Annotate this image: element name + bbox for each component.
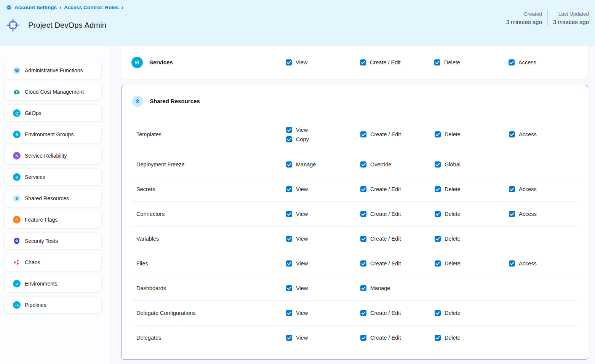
sidebar-item-chaos[interactable]: Chaos <box>5 254 101 271</box>
checkbox-checked-icon[interactable] <box>509 186 515 192</box>
checkbox-checked-icon[interactable] <box>434 59 440 65</box>
permission-access[interactable]: Access <box>509 186 577 192</box>
checkbox-checked-icon[interactable] <box>286 211 292 217</box>
checkbox-checked-icon[interactable] <box>360 131 366 137</box>
sidebar-item-environments[interactable]: Environments <box>5 275 101 292</box>
permission-label: Access <box>518 59 536 65</box>
permission-global[interactable]: Global <box>435 161 509 168</box>
sidebar-item-feature-flags[interactable]: Feature Flags <box>5 211 101 228</box>
permission-create-edit[interactable]: Create / Edit <box>360 131 435 137</box>
permission-cell: Access <box>509 211 577 217</box>
permission-create-edit[interactable]: Create / Edit <box>360 236 435 242</box>
permission-copy[interactable]: Copy <box>286 136 360 142</box>
permission-override[interactable]: Override <box>360 161 435 168</box>
permission-delete[interactable]: Delete <box>435 260 509 267</box>
permission-delete[interactable]: Delete <box>434 59 509 65</box>
permission-label: Access <box>519 260 537 267</box>
checkbox-checked-icon[interactable] <box>509 59 515 65</box>
checkbox-checked-icon[interactable] <box>509 260 515 267</box>
permission-label: View <box>296 285 308 291</box>
permission-delete[interactable]: Delete <box>435 310 509 316</box>
permission-access[interactable]: Access <box>509 131 577 137</box>
permission-label: Copy <box>296 136 309 142</box>
sidebar-item-service-reliability[interactable]: Service Reliability <box>5 147 101 164</box>
checkbox-checked-icon[interactable] <box>286 59 292 65</box>
permission-delete[interactable]: Delete <box>435 335 509 341</box>
checkbox-checked-icon[interactable] <box>286 335 292 341</box>
permission-label: View <box>296 211 308 217</box>
permission-cell: Manage <box>360 285 435 291</box>
checkbox-checked-icon[interactable] <box>509 211 515 217</box>
permission-delete[interactable]: Delete <box>435 236 509 242</box>
permission-label: Delete <box>445 131 461 137</box>
checkbox-checked-icon[interactable] <box>435 161 441 168</box>
checkbox-checked-icon[interactable] <box>286 136 292 142</box>
permission-manage[interactable]: Manage <box>360 285 435 291</box>
checkbox-checked-icon[interactable] <box>509 131 515 137</box>
sidebar-item-label: Cloud Cost Management <box>25 89 84 95</box>
permission-access[interactable]: Access <box>509 260 577 267</box>
permission-view[interactable]: View <box>286 186 360 192</box>
permission-create-edit[interactable]: Create / Edit <box>360 310 435 316</box>
breadcrumb-link-access-control-roles[interactable]: Access Control: Roles <box>64 5 119 10</box>
permission-view[interactable]: View <box>286 260 360 267</box>
permission-create-edit[interactable]: Create / Edit <box>360 59 434 65</box>
checkbox-checked-icon[interactable] <box>360 236 366 242</box>
checkbox-checked-icon[interactable] <box>360 310 366 316</box>
permission-delete[interactable]: Delete <box>435 186 509 192</box>
permission-delete[interactable]: Delete <box>435 211 509 217</box>
sidebar-item-environment-groups[interactable]: Environment Groups <box>5 126 101 143</box>
sidebar-item-security-tests[interactable]: Security Tests <box>5 233 101 249</box>
checkbox-checked-icon[interactable] <box>435 131 441 137</box>
checkbox-checked-icon[interactable] <box>286 285 292 291</box>
checkbox-checked-icon[interactable] <box>435 186 441 192</box>
checkbox-checked-icon[interactable] <box>435 211 441 217</box>
sidebar-item-gitops[interactable]: GitOps <box>5 105 101 121</box>
sidebar-item-pipelines[interactable]: Pipelines <box>5 297 101 313</box>
permission-label: Manage <box>296 161 316 168</box>
sidebar-item-shared-resources[interactable]: Shared Resources <box>5 190 101 207</box>
sidebar-item-cloud-cost-management[interactable]: $Cloud Cost Management <box>5 83 101 100</box>
sidebar-item-services[interactable]: Services <box>5 169 101 185</box>
checkbox-checked-icon[interactable] <box>360 335 366 341</box>
permission-cell: Delete <box>435 310 509 316</box>
permission-view[interactable]: View <box>286 335 360 341</box>
permission-access[interactable]: Access <box>509 59 578 65</box>
checkbox-checked-icon[interactable] <box>435 335 441 341</box>
checkbox-checked-icon[interactable] <box>435 236 441 242</box>
checkbox-checked-icon[interactable] <box>286 161 292 168</box>
permission-view[interactable]: View <box>286 236 360 242</box>
permission-manage[interactable]: Manage <box>286 161 360 168</box>
permission-create-edit[interactable]: Create / Edit <box>360 335 435 341</box>
checkbox-checked-icon[interactable] <box>360 211 366 217</box>
permission-create-edit[interactable]: Create / Edit <box>360 211 435 217</box>
checkbox-checked-icon[interactable] <box>360 285 366 291</box>
checkbox-checked-icon[interactable] <box>360 161 366 168</box>
permission-view[interactable]: View <box>286 59 360 65</box>
created-value: 3 minutes ago <box>506 18 542 26</box>
checkbox-checked-icon[interactable] <box>435 260 441 267</box>
checkbox-checked-icon[interactable] <box>286 310 292 316</box>
checkbox-checked-icon[interactable] <box>360 260 366 267</box>
sidebar-item-administrative-functions[interactable]: Administrative Functions <box>5 62 101 79</box>
checkbox-checked-icon[interactable] <box>286 260 292 267</box>
checkbox-checked-icon[interactable] <box>360 59 366 65</box>
permission-delete[interactable]: Delete <box>435 131 509 137</box>
gitops-icon <box>13 109 21 117</box>
checkbox-checked-icon[interactable] <box>286 127 292 133</box>
permission-view[interactable]: View <box>286 211 360 217</box>
checkbox-checked-icon[interactable] <box>286 186 292 192</box>
permission-access[interactable]: Access <box>509 211 577 217</box>
breadcrumb-link-account-settings[interactable]: Account Settings <box>14 5 57 10</box>
last-updated-meta: Last Updated 3 minutes ago <box>553 10 589 26</box>
checkbox-checked-icon[interactable] <box>286 236 292 242</box>
permission-cell: View <box>286 285 360 291</box>
permission-cell: Create / Edit <box>360 211 435 217</box>
permission-create-edit[interactable]: Create / Edit <box>360 186 435 192</box>
permission-view[interactable]: View <box>286 285 360 291</box>
permission-create-edit[interactable]: Create / Edit <box>360 260 435 267</box>
permission-view[interactable]: View <box>286 127 360 133</box>
checkbox-checked-icon[interactable] <box>360 186 366 192</box>
checkbox-checked-icon[interactable] <box>435 310 441 316</box>
permission-view[interactable]: View <box>286 310 360 316</box>
